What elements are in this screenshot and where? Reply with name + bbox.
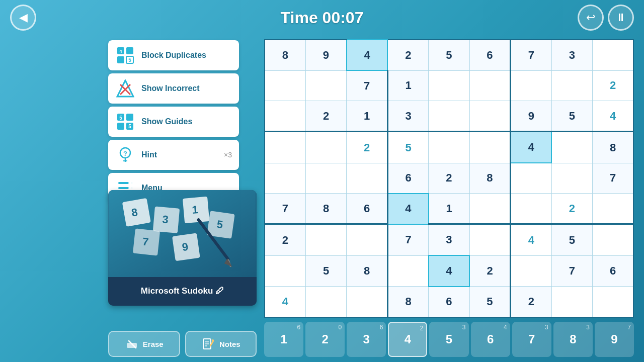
grid-cell[interactable] [305,70,346,101]
grid-cell[interactable]: 1 [347,101,387,132]
pause-button[interactable]: ⏸ [608,5,634,31]
grid-cell[interactable]: 7 [387,224,428,255]
grid-cell[interactable] [429,132,469,163]
grid-cell[interactable]: 7 [265,194,305,224]
grid-cell[interactable]: 3 [387,101,428,132]
grid-cell[interactable] [511,163,551,193]
show-incorrect-button[interactable]: Show Incorrect [108,73,239,104]
grid-cell[interactable]: 5 [469,287,510,317]
grid-cell[interactable]: 4 [429,255,469,286]
grid-cell[interactable]: 5 [551,101,592,132]
grid-cell[interactable] [593,194,634,224]
grid-cell[interactable]: 7 [347,70,387,101]
grid-cell[interactable]: 5 [387,132,428,163]
grid-cell[interactable] [305,163,346,193]
grid-cell[interactable] [347,287,387,317]
grid-cell[interactable] [347,224,387,255]
grid-cell[interactable] [593,287,634,317]
grid-cell[interactable]: 7 [593,163,634,193]
grid-cell[interactable] [551,287,592,317]
grid-cell[interactable]: 6 [387,163,428,193]
grid-cell[interactable]: 2 [429,163,469,193]
grid-cell[interactable] [593,224,634,255]
grid-cell[interactable]: 5 [305,255,346,286]
grid-cell[interactable]: 7 [511,40,551,70]
grid-cell[interactable] [511,70,551,101]
grid-cell[interactable]: 4 [511,132,551,163]
grid-cell[interactable] [511,255,551,286]
grid-cell[interactable]: 3 [551,40,592,70]
grid-cell[interactable]: 6 [469,40,510,70]
grid-cell[interactable]: 4 [387,194,428,224]
number-button-4[interactable]: 42 [388,322,427,357]
grid-cell[interactable] [305,224,346,255]
hint-button[interactable]: ? Hint ×3 [108,140,239,170]
grid-cell[interactable] [265,132,305,163]
grid-cell[interactable]: 2 [551,194,592,224]
grid-cell[interactable]: 4 [347,40,387,70]
number-button-9[interactable]: 97 [595,322,634,357]
grid-cell[interactable]: 8 [469,163,510,193]
number-button-1[interactable]: 16 [264,322,303,357]
grid-cell[interactable]: 4 [511,224,551,255]
grid-cell[interactable]: 2 [265,224,305,255]
grid-cell[interactable] [347,163,387,193]
back-button[interactable]: ◀ [10,5,36,31]
erase-button[interactable]: Erase [108,331,180,357]
grid-cell[interactable]: 1 [387,70,428,101]
grid-cell[interactable] [551,132,592,163]
number-button-8[interactable]: 83 [553,322,593,357]
grid-cell[interactable]: 6 [347,194,387,224]
grid-cell[interactable]: 7 [551,255,592,286]
number-button-3[interactable]: 36 [347,322,386,357]
grid-cell[interactable] [265,255,305,286]
grid-cell[interactable]: 4 [265,287,305,317]
grid-cell[interactable] [429,70,469,101]
block-duplicates-button[interactable]: 5 4 Block Duplicates [108,40,239,70]
number-button-5[interactable]: 53 [429,322,468,357]
grid-cell[interactable] [305,287,346,317]
grid-cell[interactable] [265,70,305,101]
grid-cell[interactable] [469,132,510,163]
show-guides-button[interactable]: 5 5 Show Guides [108,107,239,137]
undo-button[interactable]: ↩ [578,5,604,31]
notes-button[interactable]: Notes [185,331,257,357]
grid-cell[interactable]: 8 [593,132,634,163]
grid-cell[interactable]: 1 [429,194,469,224]
grid-cell[interactable] [469,70,510,101]
grid-cell[interactable]: 8 [347,255,387,286]
grid-cell[interactable]: 2 [593,70,634,101]
number-button-7[interactable]: 73 [512,322,551,357]
grid-cell[interactable]: 8 [305,194,346,224]
number-button-6[interactable]: 64 [471,322,510,357]
grid-cell[interactable] [265,101,305,132]
grid-cell[interactable]: 8 [387,287,428,317]
grid-cell[interactable]: 2 [511,287,551,317]
grid-cell[interactable] [469,194,510,224]
grid-cell[interactable]: 9 [305,40,346,70]
grid-cell[interactable] [551,163,592,193]
grid-cell[interactable] [387,255,428,286]
grid-cell[interactable] [511,194,551,224]
grid-cell[interactable] [429,101,469,132]
grid-cell[interactable] [551,70,592,101]
grid-cell[interactable] [469,224,510,255]
grid-cell[interactable]: 2 [469,255,510,286]
grid-cell[interactable]: 8 [265,40,305,70]
grid-cell[interactable]: 3 [429,224,469,255]
grid-cell[interactable]: 5 [429,40,469,70]
grid-cell[interactable]: 9 [511,101,551,132]
grid-cell[interactable]: 2 [305,101,346,132]
grid-cell[interactable] [305,132,346,163]
grid-cell[interactable] [593,40,634,70]
grid-cell[interactable]: 4 [593,101,634,132]
grid-cell[interactable]: 2 [387,40,428,70]
grid-cell[interactable]: 2 [347,132,387,163]
sudoku-grid[interactable]: 8942567371221395425486287786412273455842… [264,39,634,318]
grid-cell[interactable]: 6 [429,287,469,317]
grid-cell[interactable]: 5 [551,224,592,255]
grid-cell[interactable]: 6 [593,255,634,286]
grid-cell[interactable] [265,163,305,193]
number-button-2[interactable]: 20 [305,322,345,357]
grid-cell[interactable] [469,101,510,132]
